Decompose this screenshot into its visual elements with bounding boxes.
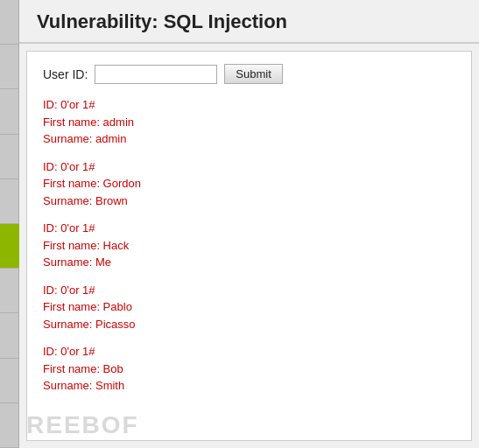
page-title: Vulnerability: SQL Injection	[37, 10, 461, 33]
result-surname-4: Surname: Smith	[43, 377, 455, 395]
result-surname-2: Surname: Me	[43, 254, 455, 271]
sidebar-seg-4	[0, 135, 18, 179]
result-first-3: First name: Pablo	[43, 298, 455, 316]
sidebar-seg-8	[0, 313, 18, 358]
sidebar-seg-1	[0, 0, 18, 45]
result-block-1: ID: 0'or 1#First name: GordonSurname: Br…	[43, 158, 455, 210]
sidebar-seg-3	[0, 89, 18, 134]
sidebar-seg-9	[0, 359, 18, 403]
result-surname-0: Surname: admin	[43, 130, 455, 148]
result-id-0: ID: 0'or 1#	[43, 96, 455, 114]
result-id-4: ID: 0'or 1#	[43, 343, 455, 360]
result-first-4: First name: Bob	[43, 360, 455, 378]
content-area: User ID: Submit ID: 0'or 1#First name: a…	[26, 51, 472, 441]
result-surname-3: Surname: Picasso	[43, 316, 455, 333]
main-content: Vulnerability: SQL Injection User ID: Su…	[19, 0, 479, 448]
results-container: ID: 0'or 1#First name: adminSurname: adm…	[43, 96, 455, 395]
result-block-2: ID: 0'or 1#First name: HackSurname: Me	[43, 220, 455, 271]
result-id-2: ID: 0'or 1#	[43, 220, 455, 237]
sidebar-seg-10	[0, 403, 18, 448]
submit-button[interactable]: Submit	[224, 64, 282, 84]
result-surname-1: Surname: Brown	[43, 192, 455, 210]
result-id-1: ID: 0'or 1#	[43, 158, 455, 176]
user-id-input[interactable]	[95, 65, 217, 84]
page-header: Vulnerability: SQL Injection	[19, 0, 479, 44]
form-row: User ID: Submit	[43, 64, 455, 84]
sidebar-seg-6	[0, 224, 19, 269]
sidebar-seg-2	[0, 45, 18, 89]
result-block-3: ID: 0'or 1#First name: PabloSurname: Pic…	[43, 282, 455, 333]
sidebar-seg-5	[0, 179, 18, 224]
result-block-4: ID: 0'or 1#First name: BobSurname: Smith	[43, 343, 455, 395]
result-first-0: First name: admin	[43, 114, 455, 131]
result-id-3: ID: 0'or 1#	[43, 282, 455, 299]
sidebar-seg-7	[0, 269, 18, 313]
result-first-2: First name: Hack	[43, 237, 455, 255]
user-id-label: User ID:	[43, 67, 88, 81]
sidebar	[0, 0, 19, 448]
result-first-1: First name: Gordon	[43, 175, 455, 192]
result-block-0: ID: 0'or 1#First name: adminSurname: adm…	[43, 96, 455, 148]
